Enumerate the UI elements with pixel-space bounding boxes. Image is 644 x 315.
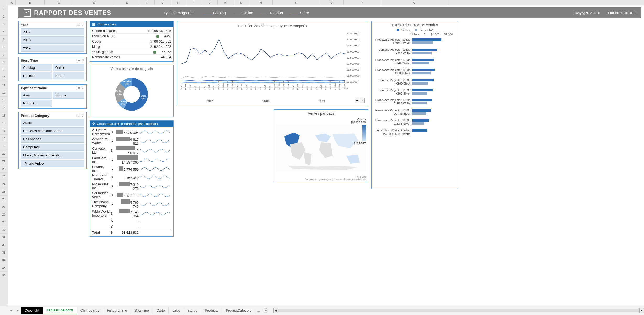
sheet-tab[interactable]: Histogramme [103, 307, 131, 314]
top10-panel: TOP 10 des Produits vendus Ventes Ventes… [371, 21, 458, 189]
top10-row: Contoso Projector 1080p X980 Silver [374, 88, 455, 95]
hscroll-track[interactable] [278, 309, 639, 312]
slicer-option[interactable]: Reseller [21, 72, 52, 79]
clear-filter-icon[interactable]: ▽ [82, 86, 84, 90]
cost-row: $ - [92, 224, 171, 229]
legend-item: Catalog [204, 11, 226, 15]
sheet-tab[interactable]: Carte [153, 307, 169, 314]
sheet-tab[interactable]: sales [169, 307, 184, 314]
sheet-tab[interactable]: Products [201, 307, 222, 314]
cost-row: Litware, Inc. $ 2 776 559 [92, 165, 171, 173]
top10-row: Proseware Projector 1080p LCD86 Silver [374, 119, 455, 125]
key-figure-row: % Marge / CA 57,3% [92, 49, 171, 55]
slicer-option[interactable]: Computers [21, 144, 84, 151]
tabs-more[interactable]: ... [255, 308, 261, 312]
multiselect-icon[interactable]: ⋮≡ [74, 114, 80, 118]
svg-text:avril: avril [250, 86, 252, 90]
svg-text:Store: Store [141, 94, 146, 97]
svg-text:mars: mars [245, 85, 248, 90]
svg-text:$1 000 000: $1 000 000 [347, 74, 360, 77]
slicer-option[interactable]: North A... [21, 100, 52, 107]
multiselect-icon[interactable]: ⋮≡ [74, 59, 80, 62]
svg-text:novembre: novembre [282, 80, 285, 90]
slicer-store-type: Store Type ⋮≡▽ CatalogOnlineResellerStor… [18, 57, 87, 81]
cost-row: A. Datum Corporation $ 5 020 094 [92, 128, 171, 136]
top10-tick: $1 000 [431, 33, 440, 36]
zoom-out-button[interactable]: − [360, 98, 365, 103]
clear-filter-icon[interactable]: ▽ [82, 23, 84, 27]
cost-row: Fabrikam, Inc. $ 14 297 060 [92, 155, 171, 165]
slicer-storetype-title: Store Type [21, 59, 38, 62]
slicer-option[interactable]: Cameras and camcorders [21, 127, 84, 134]
slicer-option[interactable]: 2017 [21, 28, 84, 35]
website-link[interactable]: xlbusinesstools.com [608, 11, 636, 15]
slicer-option[interactable]: Europe [53, 92, 84, 99]
slicer-option[interactable]: TV and Video [21, 160, 84, 167]
svg-text:mai: mai [310, 86, 313, 90]
map-legend: Ventes $91905 530 $164 527 [351, 118, 366, 145]
currency-symbol: $ [111, 230, 114, 234]
svg-text:septembre: septembre [329, 80, 331, 90]
legend-item: Reseller [261, 11, 283, 15]
top10-row: Proseware Projector 1080p DLP86 Black [374, 109, 455, 116]
svg-text:$4 500 000: $4 500 000 [347, 32, 360, 35]
hscroll-left[interactable]: ◄ [273, 308, 278, 313]
line-chart-panel: Evolution des Ventes par type de magasin… [177, 21, 368, 106]
svg-text:décembre: décembre [231, 80, 234, 90]
top10-row: Adventure Works Desktop PC1.80 ED182 Whi… [374, 129, 455, 135]
map-legend-min: $164 527 [351, 142, 366, 145]
add-sheet-button[interactable]: + [264, 308, 268, 313]
slicer-option[interactable]: Cell phones [21, 135, 84, 143]
svg-text:$2 500 000: $2 500 000 [347, 56, 360, 59]
status-dot-icon [156, 35, 159, 38]
hscroll-right[interactable]: ► [639, 308, 644, 313]
costs-total-label: Total [92, 230, 110, 234]
svg-text:septembre: septembre [273, 80, 276, 90]
svg-text:juin: juin [259, 87, 261, 90]
slicer-option[interactable]: Music, Movies and Audi... [21, 152, 84, 159]
svg-text:20%: 20% [117, 93, 122, 95]
slicer-productcat-title: Product Category [21, 114, 49, 118]
svg-text:décembre: décembre [287, 80, 289, 90]
slicer-option[interactable]: Online [53, 64, 84, 71]
line-chart: $4 500 000$4 000 000$3 500 000$3 000 000… [179, 30, 366, 104]
clear-filter-icon[interactable]: ▽ [82, 59, 84, 62]
gear-icon: ⚙ [92, 122, 95, 126]
svg-text:Online: Online [116, 90, 123, 92]
sheet-tab[interactable]: Sparkline [131, 307, 153, 314]
cost-row: Adventure Works $ 9 617 621 [92, 136, 171, 146]
slicer-option[interactable]: Catalog [21, 64, 52, 71]
sheet-tab[interactable]: ProductCategory [222, 307, 256, 314]
multiselect-icon[interactable]: ⋮≡ [74, 23, 80, 27]
costs-total-value: 68 618 832 [115, 230, 139, 234]
donut-title: Ventes par type de magasin [92, 67, 171, 71]
svg-text:juillet: juillet [264, 85, 266, 90]
svg-text:janvier: janvier [292, 83, 294, 90]
tab-nav-prev[interactable]: ◄ [8, 308, 14, 312]
svg-text:octobre: octobre [334, 83, 336, 90]
svg-text:$2 000 000: $2 000 000 [347, 62, 360, 65]
top10-tick: $2 000 [444, 33, 453, 36]
slicer-option[interactable]: 2019 [21, 45, 84, 52]
cost-row: Proseware, Inc. $ 7 319 276 [92, 181, 171, 191]
svg-text:mai: mai [198, 86, 201, 90]
sheet-tab[interactable]: stores [184, 307, 201, 314]
top10-title: TOP 10 des Produits vendus [374, 23, 455, 27]
clear-filter-icon[interactable]: ▽ [82, 114, 84, 118]
sheet-tab[interactable]: Copyright [21, 307, 43, 314]
top10-axis-label: Milliers [410, 33, 419, 36]
multiselect-icon[interactable]: ⋮≡ [74, 86, 80, 90]
sheet-tab[interactable]: Tableau de bord [43, 307, 77, 314]
key-figures-title: Chiffres clés [97, 22, 116, 26]
slicer-option[interactable]: Asia [21, 92, 52, 99]
cost-row: Southridge Video $ 4 121 171 [92, 191, 171, 199]
slicer-option[interactable]: Store [53, 72, 84, 79]
zoom-in-button[interactable]: + [355, 98, 359, 103]
slicer-year: Year ⋮≡▽ 201720182019 [18, 21, 87, 54]
slicer-option[interactable]: Audio [21, 119, 84, 126]
slicer-option[interactable]: 2018 [21, 36, 84, 44]
top10-row: Proseware Projector 1080p DLP86 Silver [374, 58, 455, 65]
sheet-tab[interactable]: Chiffres clés [77, 307, 103, 314]
top10-row: Proseware Projector 1080p LCD86 White [374, 38, 455, 45]
tab-nav-next[interactable]: ► [14, 308, 21, 312]
